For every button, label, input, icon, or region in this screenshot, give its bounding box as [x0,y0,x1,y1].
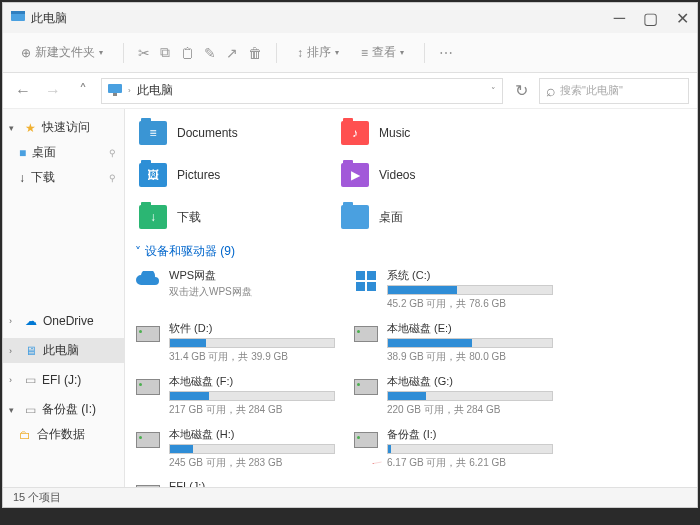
maximize-button[interactable]: ▢ [643,9,658,28]
hdd-icon [353,374,379,400]
delete-icon[interactable]: 🗑︎ [248,45,262,61]
hdd-icon [135,374,161,400]
hdd-icon [135,480,161,487]
rename-icon[interactable]: ✎ [204,45,216,61]
drive-wps[interactable]: WPS网盘双击进入WPS网盘 [135,268,335,311]
lib-downloads[interactable]: ↓下载 [135,201,315,233]
svg-rect-3 [113,93,117,96]
drive-j[interactable]: EFI (J:)109 MB 可用，共 449 MB [135,480,335,487]
hdd-icon [353,321,379,347]
lib-pictures[interactable]: 🖼︎Pictures [135,159,315,191]
minimize-button[interactable]: ─ [614,9,625,28]
folder-icon: ≡ [139,121,167,145]
pin-icon: ⚲ [109,173,116,183]
sidebar-coop[interactable]: 🗀合作数据 [3,422,124,447]
cloud-icon [135,268,161,294]
svg-rect-5 [367,271,376,280]
item-count: 15 个项目 [13,490,61,505]
folder-icon: ♪ [341,121,369,145]
back-button[interactable]: ← [11,79,35,103]
share-icon[interactable]: ↗ [226,45,238,61]
sidebar-efi[interactable]: ›▭EFI (J:) [3,369,124,391]
cut-icon[interactable]: ✂ [138,45,150,61]
pin-icon: ⚲ [109,148,116,158]
sidebar-onedrive[interactable]: ›☁OneDrive [3,310,124,332]
sidebar-this-pc[interactable]: ›🖥︎此电脑 [3,338,124,363]
devices-section-header[interactable]: ˅设备和驱动器 (9) [135,243,687,260]
chevron-down-icon: ˅ [135,245,141,259]
drive-i[interactable]: 备份盘 (I:)6.17 GB 可用，共 6.21 GB [353,427,553,470]
search-input[interactable]: ⌕ 搜索"此电脑" [539,78,689,104]
sort-button[interactable]: ↕ 排序 ▾ [291,40,345,65]
lib-videos[interactable]: ▶Videos [337,159,517,191]
new-folder-icon: ⊕ [21,46,31,60]
drive-h[interactable]: 本地磁盘 (H:)245 GB 可用，共 283 GB [135,427,335,470]
hdd-icon [135,321,161,347]
titlebar: 此电脑 ─ ▢ ✕ [3,3,697,33]
view-button[interactable]: ≡ 查看 ▾ [355,40,410,65]
toolbar: ⊕ 新建文件夹 ▾ ✂ ⧉ 📋︎ ✎ ↗ 🗑︎ ↕ 排序 ▾ ≡ 查看 ▾ ⋯ [3,33,697,73]
window-title: 此电脑 [31,10,614,27]
chevron-down-icon[interactable]: ˅ [491,86,496,96]
svg-rect-6 [356,282,365,291]
sidebar-downloads[interactable]: ↓下载⚲ [3,165,124,190]
folder-icon: 🖼︎ [139,163,167,187]
svg-rect-7 [367,282,376,291]
hdd-icon [353,427,379,453]
drive-f[interactable]: 本地磁盘 (F:)217 GB 可用，共 284 GB [135,374,335,417]
sidebar-desktop[interactable]: ■桌面⚲ [3,140,124,165]
drive-e[interactable]: 本地磁盘 (E:)38.9 GB 可用，共 80.0 GB [353,321,553,364]
pc-icon [108,82,122,100]
lib-documents[interactable]: ≡Documents [135,117,315,149]
paste-icon[interactable]: 📋︎ [180,45,194,61]
file-explorer-window: 此电脑 ─ ▢ ✕ ⊕ 新建文件夹 ▾ ✂ ⧉ 📋︎ ✎ ↗ 🗑︎ ↕ 排序 ▾… [2,2,698,508]
copy-icon[interactable]: ⧉ [160,44,170,61]
app-icon [11,9,25,27]
drive-g[interactable]: 本地磁盘 (G:)220 GB 可用，共 284 GB [353,374,553,417]
close-button[interactable]: ✕ [676,9,689,28]
up-button[interactable]: ˄ [71,79,95,103]
sidebar-backup[interactable]: ▾▭备份盘 (I:) [3,397,124,422]
refresh-button[interactable]: ↻ [509,79,533,103]
folder-icon: ▶ [341,163,369,187]
windows-icon [353,268,379,294]
folder-icon: ↓ [139,205,167,229]
status-bar: 15 个项目 [3,487,697,507]
sort-icon: ↕ [297,46,303,60]
svg-rect-2 [108,84,122,93]
address-row: ← → ˄ › 此电脑 ˅ ↻ ⌕ 搜索"此电脑" [3,73,697,109]
hdd-icon [135,427,161,453]
address-bar[interactable]: › 此电脑 ˅ [101,78,503,104]
drive-d[interactable]: 软件 (D:)31.4 GB 可用，共 39.9 GB [135,321,335,364]
fwd-button[interactable]: → [41,79,65,103]
lib-desktop[interactable]: 桌面 [337,201,517,233]
new-folder-button[interactable]: ⊕ 新建文件夹 ▾ [15,40,109,65]
lib-music[interactable]: ♪Music [337,117,517,149]
svg-rect-1 [11,11,25,14]
sidebar-quick-access[interactable]: ▾★快速访问 [3,115,124,140]
content-pane: ≡Documents ♪Music 🖼︎Pictures ▶Videos ↓下载… [125,109,697,487]
search-icon: ⌕ [546,82,556,100]
folder-icon [341,205,369,229]
svg-rect-4 [356,271,365,280]
chevron-down-icon: ▾ [99,48,103,57]
drive-c[interactable]: 系统 (C:)45.2 GB 可用，共 78.6 GB [353,268,553,311]
view-icon: ≡ [361,46,368,60]
more-icon[interactable]: ⋯ [439,45,453,61]
sidebar: ▾★快速访问 ■桌面⚲ ↓下载⚲ ›☁OneDrive ›🖥︎此电脑 ›▭EFI… [3,109,125,487]
